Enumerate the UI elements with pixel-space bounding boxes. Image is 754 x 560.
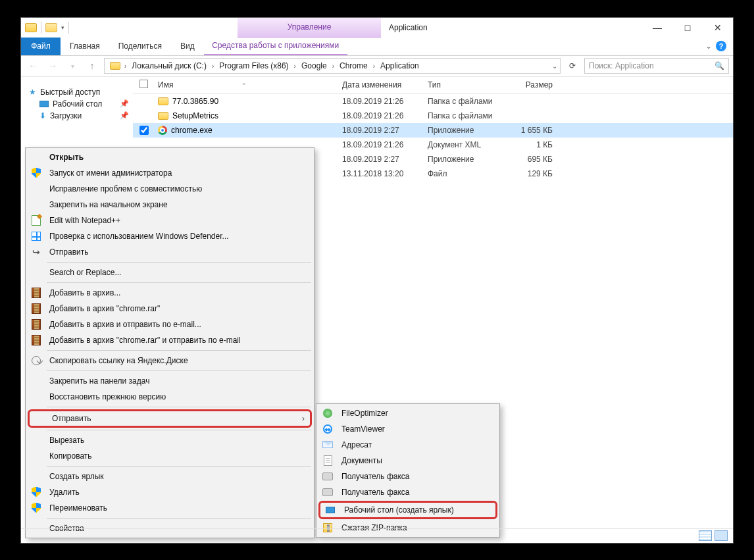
contextual-tab-header: Управление: [238, 18, 381, 38]
submenu-teamviewer[interactable]: TeamViewer: [318, 421, 498, 437]
menu-separator: [47, 370, 311, 371]
send-to-submenu: FileOptimizer TeamViewer Адресат Докумен…: [316, 403, 500, 538]
submenu-fax-recipient[interactable]: Получатель факса: [318, 469, 498, 484]
menu-share[interactable]: ↪Отправить: [27, 244, 313, 260]
nav-downloads[interactable]: ⬇ Загрузки 📌: [28, 110, 130, 122]
chevron-right-icon[interactable]: ›: [294, 63, 296, 70]
tab-home[interactable]: Главная: [61, 38, 109, 55]
menu-notepadpp[interactable]: Edit with Notepad++: [27, 213, 313, 228]
titlebar: ▾ Управление Application — □ ✕: [21, 18, 733, 38]
minimize-button[interactable]: —: [642, 18, 672, 38]
nav-label: Быстрый доступ: [40, 88, 100, 97]
maximize-button[interactable]: □: [672, 18, 703, 38]
menu-rename[interactable]: Переименовать: [27, 500, 313, 516]
address-bar: ← → ▾ ↑ › Локальный диск (C:) › Program …: [21, 56, 733, 77]
menu-cut[interactable]: Вырезать: [27, 432, 313, 448]
file-name: chrome.exe: [171, 126, 213, 135]
quick-access-toolbar: ▾: [21, 18, 73, 38]
chevron-down-icon[interactable]: ⌄: [705, 41, 712, 51]
menu-pin-start[interactable]: Закрепить на начальном экране: [27, 197, 313, 213]
chevron-right-icon[interactable]: ›: [124, 63, 126, 70]
qat-icon[interactable]: [45, 23, 57, 32]
tab-file[interactable]: Файл: [21, 38, 61, 55]
menu-compatibility[interactable]: Исправление проблем с совместимостью: [27, 181, 313, 197]
col-size[interactable]: Размер: [513, 80, 566, 89]
crumb-1[interactable]: Program Files (x86): [215, 61, 292, 70]
details-view-icon[interactable]: [699, 530, 712, 541]
search-input[interactable]: Поиск: Application 🔍: [584, 58, 729, 74]
tab-app-tools[interactable]: Средства работы с приложениями: [204, 38, 347, 55]
large-icons-view-icon[interactable]: [715, 530, 728, 541]
close-button[interactable]: ✕: [703, 18, 733, 38]
col-name[interactable]: Имя ⌃: [158, 80, 342, 89]
up-button[interactable]: ↑: [84, 58, 100, 74]
crumb-3[interactable]: Chrome: [336, 61, 372, 70]
submenu-documents[interactable]: Документы: [318, 453, 498, 469]
winrar-icon: [32, 288, 41, 298]
crumb-0[interactable]: Локальный диск (C:): [128, 61, 211, 70]
breadcrumb[interactable]: › Локальный диск (C:) › Program Files (x…: [104, 58, 561, 74]
shield-icon: [32, 487, 41, 497]
menu-add-rar[interactable]: Добавить в архив "chrome.rar": [27, 301, 313, 317]
forward-button[interactable]: →: [45, 58, 61, 74]
defender-icon: [32, 232, 41, 241]
menu-copy[interactable]: Копировать: [27, 448, 313, 464]
app-folder-icon: [25, 23, 37, 32]
help-icon[interactable]: ?: [716, 41, 726, 51]
file-size: 695 КБ: [513, 155, 566, 164]
menu-separator: [47, 430, 311, 430]
table-row[interactable]: chrome.exe18.09.2019 2:27Приложение1 655…: [133, 123, 733, 138]
table-row[interactable]: 77.0.3865.9018.09.2019 21:26Папка с файл…: [133, 94, 733, 109]
submenu-fileoptimizer[interactable]: FileOptimizer: [318, 405, 498, 421]
file-size: 129 КБ: [513, 169, 566, 178]
recent-dropdown[interactable]: ▾: [64, 58, 80, 74]
menu-defender[interactable]: Проверка с использованием Windows Defend…: [27, 228, 313, 244]
select-all-checkbox[interactable]: [139, 80, 148, 88]
menu-restore[interactable]: Восстановить прежнюю версию: [27, 389, 313, 405]
nav-desktop[interactable]: Рабочий стол 📌: [28, 98, 130, 110]
crumb-2[interactable]: Google: [297, 61, 331, 70]
file-name: SetupMetrics: [172, 111, 218, 120]
nav-quick-access[interactable]: ★ Быстрый доступ: [28, 86, 130, 98]
file-name: 77.0.3865.90: [172, 97, 218, 106]
submenu-adresat[interactable]: Адресат: [318, 437, 498, 453]
crumb-4[interactable]: Application: [376, 61, 423, 70]
tab-share[interactable]: Поделиться: [109, 38, 171, 55]
desktop-icon: [326, 507, 335, 513]
submenu-desktop-shortcut[interactable]: Рабочий стол (создать ярлык): [318, 501, 497, 519]
yandex-disk-icon: [32, 356, 41, 365]
menu-search-replace[interactable]: Search or Replace...: [27, 265, 313, 280]
row-checkbox[interactable]: [139, 126, 149, 135]
col-date[interactable]: Дата изменения: [342, 80, 428, 89]
qat-dropdown-icon[interactable]: ▾: [61, 24, 64, 31]
menu-delete[interactable]: Удалить: [27, 484, 313, 500]
menu-create-shortcut[interactable]: Создать ярлык: [27, 469, 313, 484]
col-type[interactable]: Тип: [428, 80, 513, 89]
back-button[interactable]: ←: [25, 58, 41, 74]
chevron-right-icon[interactable]: ›: [212, 63, 214, 70]
menu-yadisk[interactable]: Скопировать ссылку на Яндекс.Диске: [27, 353, 313, 369]
teamviewer-icon: [323, 424, 332, 434]
menu-add-email[interactable]: Добавить в архив и отправить по e-mail..…: [27, 317, 313, 332]
menu-add-archive[interactable]: Добавить в архив...: [27, 285, 313, 301]
mail-icon: [322, 441, 333, 448]
menu-add-rar-email[interactable]: Добавить в архив "chrome.rar" и отправит…: [27, 332, 313, 348]
submenu-fax-recipient-2[interactable]: Получатель факса: [318, 484, 498, 500]
chevron-right-icon[interactable]: ›: [373, 63, 375, 70]
menu-pin-taskbar[interactable]: Закрепить на панели задач: [27, 373, 313, 389]
file-date: 18.09.2019 21:26: [342, 97, 428, 106]
documents-icon: [324, 455, 332, 466]
nav-label: Загрузки: [50, 111, 82, 120]
menu-open[interactable]: Открыть: [27, 149, 313, 165]
menu-run-as-admin[interactable]: Запуск от имени администратора: [27, 165, 313, 181]
file-type: Документ XML: [428, 140, 513, 149]
shield-icon: [32, 168, 41, 178]
menu-send-to[interactable]: Отправить›: [28, 409, 312, 428]
chevron-right-icon[interactable]: ›: [332, 63, 334, 70]
breadcrumb-dropdown-icon[interactable]: ⌄: [552, 63, 557, 70]
desktop-icon: [39, 101, 49, 107]
tab-view[interactable]: Вид: [171, 38, 204, 55]
explorer-window: ▾ Управление Application — □ ✕ Файл Глав…: [20, 17, 734, 544]
table-row[interactable]: SetupMetrics18.09.2019 21:26Папка с файл…: [133, 109, 733, 123]
refresh-button[interactable]: ⟳: [565, 61, 580, 70]
